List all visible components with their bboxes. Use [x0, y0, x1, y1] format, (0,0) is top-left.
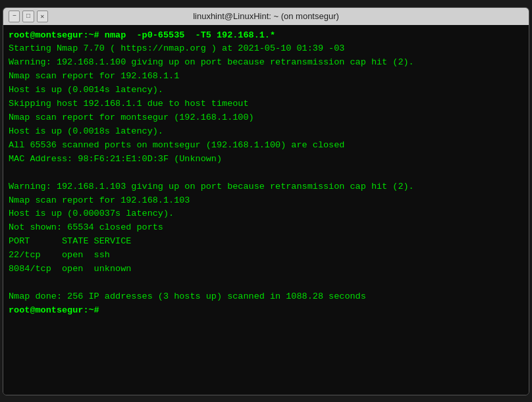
empty-line [9, 276, 523, 290]
terminal-line: Warning: 192.168.1.103 giving up on port… [9, 180, 523, 194]
terminal-line: 22/tcp open ssh [9, 249, 523, 263]
terminal-line: Host is up (0.000037s latency). [9, 207, 523, 221]
empty-line [9, 166, 523, 180]
window-title: linuxhint@LinuxHint: ~ (on montsegur) [48, 11, 484, 21]
terminal-line: Warning: 192.168.1.100 giving up on port… [9, 56, 523, 70]
terminal-line: root@montsegur:~# nmap -p0-65535 -T5 192… [9, 29, 523, 43]
terminal-line: MAC Address: 98:F6:21:E1:0D:3F (Unknown) [9, 153, 523, 166]
terminal-line: PORT STATE SERVICE [9, 235, 523, 249]
close-button[interactable]: ✕ [37, 11, 48, 22]
terminal-line: Nmap scan report for montsegur (192.168.… [9, 111, 523, 125]
maximize-button[interactable]: □ [22, 11, 34, 22]
terminal-line: Nmap done: 256 IP addresses (3 hosts up)… [9, 290, 523, 304]
terminal-line: Nmap scan report for 192.168.1.103 [9, 194, 523, 208]
minimize-button[interactable]: − [9, 11, 20, 22]
terminal-line: Skipping host 192.168.1.1 due to host ti… [9, 97, 523, 111]
terminal-line: Nmap scan report for 192.168.1.1 [9, 70, 523, 84]
terminal-line: Host is up (0.0014s latency). [9, 84, 523, 97]
terminal-line: Starting Nmap 7.70 ( https://nmap.org ) … [9, 42, 523, 56]
terminal-line: Not shown: 65534 closed ports [9, 221, 523, 235]
terminal-body[interactable]: root@montsegur:~# nmap -p0-65535 -T5 192… [3, 25, 529, 395]
terminal-window: − □ ✕ linuxhint@LinuxHint: ~ (on montseg… [3, 7, 529, 395]
terminal-line: 8084/tcp open unknown [9, 263, 523, 276]
title-bar: − □ ✕ linuxhint@LinuxHint: ~ (on montseg… [3, 8, 529, 25]
terminal-line: root@montsegur:~# [9, 304, 523, 318]
terminal-line: All 65536 scanned ports on montsegur (19… [9, 139, 523, 153]
terminal-line: Host is up (0.0018s latency). [9, 125, 523, 139]
